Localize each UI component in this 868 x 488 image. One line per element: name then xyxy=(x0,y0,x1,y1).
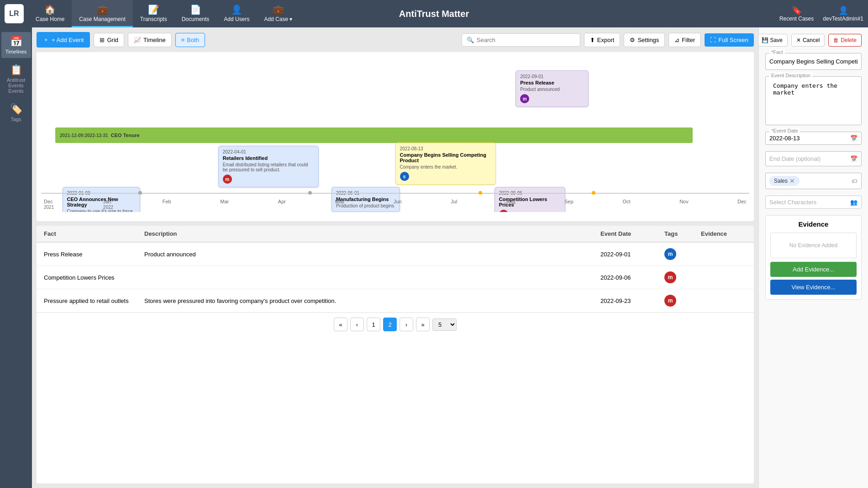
col-description: Description xyxy=(144,230,600,237)
fact-input[interactable] xyxy=(769,56,857,67)
retailers-identified-card[interactable]: 2022-04-01 Retailers Identified Email di… xyxy=(218,146,319,187)
press-release-card[interactable]: 2022-09-01 Press Release Product announc… xyxy=(516,70,589,107)
row1-tag: m xyxy=(664,248,701,260)
row1-description: Product announced xyxy=(144,251,600,258)
axis-label-nov: Nov xyxy=(679,199,689,210)
nav-right: 🔖 Recent Cases 👤 devTestAdmin#1 xyxy=(779,5,863,22)
right-panel: 💾 Save ✕ Cancel 🗑 Delete *Fact Event Des… xyxy=(758,27,868,488)
rp-action-buttons: 💾 Save ✕ Cancel 🗑 Delete xyxy=(765,34,862,47)
sidebar-item-antitrust-events[interactable]: 📋 Antitrust Events Events xyxy=(1,60,31,97)
search-icon: 🔍 xyxy=(467,37,474,43)
toolbar: ＋ + Add Event ⊞ Grid 📈 Timeline ≡ Both 🔍… xyxy=(37,32,754,48)
delete-button[interactable]: 🗑 Delete xyxy=(828,34,862,47)
grid-button[interactable]: ⊞ Grid xyxy=(94,33,124,47)
sales-tag-chip: Sales ✕ xyxy=(769,176,800,186)
nav-case-management[interactable]: 💼 Case Management xyxy=(72,0,132,27)
add-users-icon: 👤 xyxy=(231,4,242,15)
evidence-section: Evidence No Evidence Added Add Evidence.… xyxy=(765,215,862,300)
axis-label-jan: Jan2022 xyxy=(103,199,113,210)
retailers-avatar: m xyxy=(223,175,232,184)
axis-dot-apr xyxy=(308,191,312,195)
company-begins-avatar: s xyxy=(400,172,409,181)
last-page-button[interactable]: » xyxy=(416,318,430,331)
case-mgmt-icon: 💼 xyxy=(97,4,108,15)
tags-field-group: Sales ✕ 🏷 xyxy=(765,173,862,189)
add-case-icon: 💼 xyxy=(273,4,284,15)
nav-user[interactable]: 👤 devTestAdmin#1 xyxy=(823,5,863,22)
search-box[interactable]: 🔍 xyxy=(462,33,580,47)
remove-sales-tag[interactable]: ✕ xyxy=(789,177,795,185)
filter-button[interactable]: ⊿ Filter xyxy=(668,33,701,47)
col-evidence: Evidence xyxy=(701,230,747,237)
sidebar-item-timelines[interactable]: 📅 Timelines xyxy=(1,32,31,58)
add-event-button[interactable]: ＋ + Add Event xyxy=(37,32,90,48)
app-logo[interactable]: LR xyxy=(5,4,24,23)
end-date-calendar-icon[interactable]: 📅 xyxy=(850,155,857,162)
select-characters[interactable]: Select Characters 👥 xyxy=(765,196,862,209)
nav-case-home[interactable]: 🏠 Case Home xyxy=(28,0,72,27)
evidence-empty: No Evidence Added xyxy=(770,233,857,258)
plus-icon: ＋ xyxy=(43,36,49,44)
axis-dot-sep xyxy=(592,191,595,195)
row1-tag-badge: m xyxy=(664,248,676,260)
export-button[interactable]: ⬆ Export xyxy=(584,33,621,47)
table-row[interactable]: Pressure applied to retail outlets Store… xyxy=(37,289,754,313)
end-date-placeholder: End Date (optional) xyxy=(769,155,821,162)
timeline-container: 2021-12-09:2022-12-31 CEO Tenure 2022-09… xyxy=(41,57,749,212)
documents-icon: 📄 xyxy=(190,4,201,15)
event-desc-textarea[interactable]: Company enters the market xyxy=(769,80,857,121)
fullscreen-button[interactable]: ⛶ Full Screen xyxy=(705,33,754,47)
add-evidence-button[interactable]: Add Evidence... xyxy=(770,262,857,277)
nav-recent-cases[interactable]: 🔖 Recent Cases xyxy=(779,5,814,22)
export-icon: ⬆ xyxy=(590,37,595,43)
col-event-date: Event Date xyxy=(600,230,664,237)
axis-label-may: May xyxy=(335,199,345,210)
table-row[interactable]: Press Release Product announced 2022-09-… xyxy=(37,243,754,266)
prev-page-button[interactable]: ‹ xyxy=(350,318,364,331)
page-2-button[interactable]: 2 xyxy=(383,318,397,331)
row1-fact: Press Release xyxy=(44,251,144,258)
event-desc-field-group: Event Description Company enters the mar… xyxy=(765,76,862,125)
row2-fact: Competition Lowers Prices xyxy=(44,274,144,281)
calendar-icon[interactable]: 📅 xyxy=(850,135,857,142)
save-button[interactable]: 💾 Save xyxy=(758,34,788,47)
nav-add-case[interactable]: 💼 Add Case ▾ xyxy=(257,0,300,27)
both-icon: ≡ xyxy=(181,37,185,43)
row3-description: Stores were pressured into favoring comp… xyxy=(144,297,600,304)
event-date-value: 2022-08-13 xyxy=(769,135,800,142)
sidebar-item-tags[interactable]: 🏷️ Tags xyxy=(1,100,31,126)
delete-icon: 🗑 xyxy=(833,37,839,43)
characters-icon: 👥 xyxy=(850,199,857,206)
ceo-tenure-band[interactable]: 2021-12-09:2022-12-31 CEO Tenure xyxy=(55,127,693,143)
grid-icon: ⊞ xyxy=(100,37,105,43)
cancel-button[interactable]: ✕ Cancel xyxy=(791,34,825,47)
first-page-button[interactable]: « xyxy=(334,318,347,331)
timeline-button[interactable]: 📈 Timeline xyxy=(128,33,172,47)
both-button[interactable]: ≡ Both xyxy=(175,33,205,47)
nav-add-users[interactable]: 👤 Add Users xyxy=(216,0,257,27)
nav-transcripts[interactable]: 📝 Transcripts xyxy=(133,0,174,27)
next-page-button[interactable]: › xyxy=(400,318,413,331)
evidence-title: Evidence xyxy=(770,220,857,228)
home-icon: 🏠 xyxy=(44,4,56,15)
row1-event-date: 2022-09-01 xyxy=(600,251,664,258)
company-begins-selling-card[interactable]: 2022-08-13 Company Begins Selling Compet… xyxy=(395,143,496,185)
antitrust-events-icon: 📋 xyxy=(10,64,22,76)
page-size-select[interactable]: 5 10 25 xyxy=(432,318,457,331)
competition-lowers-avatar: m xyxy=(499,210,508,212)
nav-documents[interactable]: 📄 Documents xyxy=(174,0,217,27)
table-row[interactable]: Competition Lowers Prices 2022-09-06 m xyxy=(37,266,754,289)
app-title: AntiTrust Matter xyxy=(399,9,469,19)
search-input[interactable] xyxy=(477,37,575,43)
axis-label-oct: Oct xyxy=(622,199,630,210)
row2-event-date: 2022-09-06 xyxy=(600,274,664,281)
bookmark-icon: 🔖 xyxy=(792,5,802,16)
page-1-button[interactable]: 1 xyxy=(367,318,380,331)
view-evidence-button[interactable]: View Evidence... xyxy=(770,280,857,295)
filter-icon: ⊿ xyxy=(674,37,679,43)
timeline-axis xyxy=(41,193,749,194)
nav-add-case-label: Add Case ▾ xyxy=(264,16,292,22)
settings-button[interactable]: ⚙ Settings xyxy=(624,33,665,47)
event-date-label: *Event Date xyxy=(769,128,800,133)
timeline-area: 2021-12-09:2022-12-31 CEO Tenure 2022-09… xyxy=(37,52,754,221)
